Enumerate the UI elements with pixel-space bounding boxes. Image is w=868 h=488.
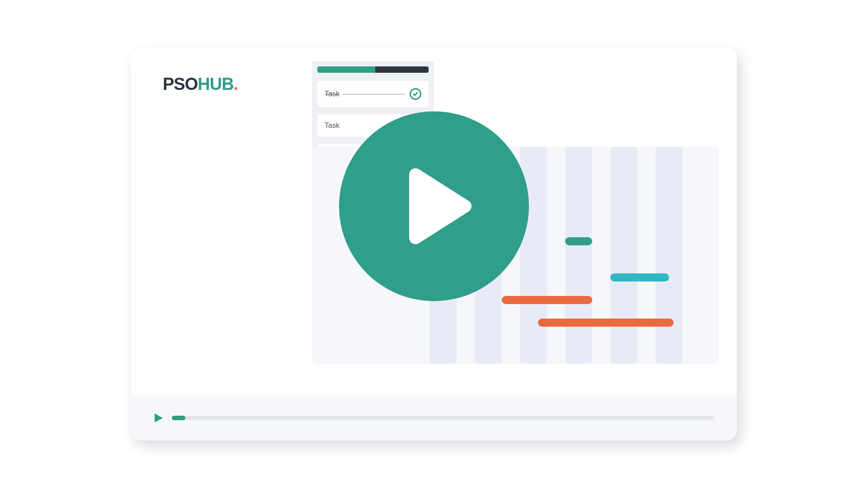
progress-segment-1 — [317, 66, 375, 73]
seek-bar[interactable] — [172, 416, 714, 420]
video-content: PSOHUB. Task Task Task — [131, 47, 737, 395]
brand-logo: PSOHUB. — [163, 75, 238, 94]
gantt-column — [565, 147, 592, 364]
gantt-column — [610, 147, 637, 364]
player-controls — [131, 395, 737, 441]
progress-bar — [317, 66, 429, 73]
logo-text-pso: PSO — [163, 75, 198, 94]
check-mark-icon — [413, 91, 418, 96]
play-button[interactable] — [339, 111, 529, 301]
gantt-bar — [538, 319, 674, 327]
gantt-bar — [565, 237, 592, 245]
video-card: PSOHUB. Task Task Task — [131, 47, 737, 441]
check-circle-icon — [410, 88, 421, 100]
logo-dot: . — [234, 75, 238, 94]
gantt-bar — [502, 296, 592, 304]
seek-progress — [172, 416, 185, 420]
gantt-bar — [610, 273, 669, 282]
logo-text-hub: HUB — [198, 75, 233, 94]
task-label: Task — [325, 90, 340, 98]
strike-line — [342, 94, 405, 94]
play-icon — [406, 165, 474, 247]
progress-segment-2 — [375, 66, 429, 73]
gantt-column — [656, 147, 683, 364]
task-item-completed[interactable]: Task — [317, 81, 429, 107]
task-label: Task — [325, 122, 340, 130]
small-play-button[interactable] — [154, 413, 164, 423]
task-label-wrap: Task — [325, 90, 410, 98]
